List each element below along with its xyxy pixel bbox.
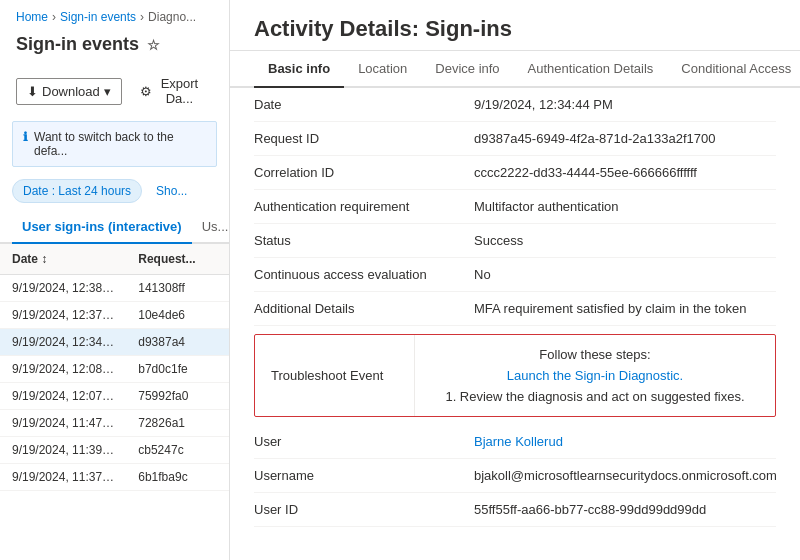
detail-value: d9387a45-6949-4f2a-871d-2a133a2f1700 <box>474 131 776 146</box>
detail-row: Date9/19/2024, 12:34:44 PM <box>254 88 776 122</box>
table-row[interactable]: 9/19/2024, 12:37:57 ...10e4de6 <box>0 302 229 329</box>
toolbar: ⬇ Download ▾ ⚙ Export Da... <box>0 65 229 117</box>
cell-date: 9/19/2024, 12:07:56 ... <box>0 383 126 410</box>
detail-row: Correlation IDcccc2222-dd33-4444-55ee-66… <box>254 156 776 190</box>
info-banner: ℹ Want to switch back to the defa... <box>12 121 217 167</box>
show-button[interactable]: Sho... <box>150 180 193 202</box>
detail-row: Continuous access evaluationNo <box>254 258 776 292</box>
cell-date: 9/19/2024, 12:37:57 ... <box>0 302 126 329</box>
table-row[interactable]: 9/19/2024, 11:37:54 ...6b1fba9c <box>0 464 229 491</box>
cell-request: cb5247c <box>126 437 229 464</box>
cell-date: 9/19/2024, 11:39:13 ... <box>0 437 126 464</box>
date-filter-chip[interactable]: Date : Last 24 hours <box>12 179 142 203</box>
info-icon: ℹ <box>23 130 28 158</box>
panel-title-text: Sign-in events <box>16 34 139 55</box>
breadcrumb-signin-events[interactable]: Sign-in events <box>60 10 136 24</box>
detail-content: Date9/19/2024, 12:34:44 PMRequest IDd938… <box>230 88 800 560</box>
left-tab-row: User sign-ins (interactive) Us... <box>0 211 229 244</box>
detail-value: cccc2222-dd33-4444-55ee-666666ffffff <box>474 165 776 180</box>
detail-tab-device-info[interactable]: Device info <box>421 51 513 88</box>
detail-row: Request IDd9387a45-6949-4f2a-871d-2a133a… <box>254 122 776 156</box>
detail-row: Authentication requirementMultifactor au… <box>254 190 776 224</box>
detail-tab-conditional-access[interactable]: Conditional Access <box>667 51 800 88</box>
detail-value: MFA requirement satisfied by claim in th… <box>474 301 776 316</box>
breadcrumb: Home › Sign-in events › Diagno... <box>0 0 229 30</box>
detail-label: User ID <box>254 502 474 517</box>
detail-tabs: Basic info Location Device info Authenti… <box>230 51 800 88</box>
detail-value[interactable]: Bjarne Kollerud <box>474 434 776 449</box>
detail-label: Additional Details <box>254 301 474 316</box>
launch-diagnostic-link[interactable]: Launch the Sign-in Diagnostic. <box>431 368 759 383</box>
cell-request: 75992fa0 <box>126 383 229 410</box>
follow-steps-text: Follow these steps: <box>431 347 759 362</box>
col-date: Date ↕ <box>0 244 126 275</box>
troubleshoot-content: Follow these steps:Launch the Sign-in Di… <box>415 335 775 416</box>
detail-label: Request ID <box>254 131 474 146</box>
download-button[interactable]: ⬇ Download ▾ <box>16 78 122 105</box>
cell-request: b7d0c1fe <box>126 356 229 383</box>
table-row[interactable]: 9/19/2024, 12:08:05 ...b7d0c1fe <box>0 356 229 383</box>
cell-date: 9/19/2024, 12:38:04 ... <box>0 275 126 302</box>
detail-label: Continuous access evaluation <box>254 267 474 282</box>
left-panel: Home › Sign-in events › Diagno... Sign-i… <box>0 0 230 560</box>
detail-label: Correlation ID <box>254 165 474 180</box>
detail-row: Usernamebjakoll@microsoftlearnsecuritydo… <box>254 459 776 493</box>
export-label: Export Da... <box>156 76 203 106</box>
table-row[interactable]: 9/19/2024, 12:34:44 ...d9387a4 <box>0 329 229 356</box>
breadcrumb-current: Diagno... <box>148 10 196 24</box>
detail-value: No <box>474 267 776 282</box>
detail-tab-basic-info[interactable]: Basic info <box>254 51 344 88</box>
cell-date: 9/19/2024, 12:08:05 ... <box>0 356 126 383</box>
gear-icon: ⚙ <box>140 84 152 99</box>
export-button[interactable]: ⚙ Export Da... <box>130 71 213 111</box>
troubleshoot-label: Troubleshoot Event <box>255 335 415 416</box>
cell-date: 9/19/2024, 11:47:23 ... <box>0 410 126 437</box>
detail-value: 55ff55ff-aa66-bb77-cc88-99dd99dd99dd <box>474 502 776 517</box>
cell-request: d9387a4 <box>126 329 229 356</box>
cell-request: 141308ff <box>126 275 229 302</box>
detail-tab-auth-details[interactable]: Authentication Details <box>514 51 668 88</box>
info-text: Want to switch back to the defa... <box>34 130 206 158</box>
table-header-row: Date ↕ Request... <box>0 244 229 275</box>
detail-header: Activity Details: Sign-ins <box>230 0 800 51</box>
right-panel: Activity Details: Sign-ins Basic info Lo… <box>230 0 800 560</box>
detail-label: Authentication requirement <box>254 199 474 214</box>
cell-request: 10e4de6 <box>126 302 229 329</box>
detail-value: bjakoll@microsoftlearnsecuritydocs.onmic… <box>474 468 777 483</box>
cell-date: 9/19/2024, 12:34:44 ... <box>0 329 126 356</box>
detail-tab-location[interactable]: Location <box>344 51 421 88</box>
detail-label: User <box>254 434 474 449</box>
troubleshoot-steps: 1. Review the diagnosis and act on sugge… <box>431 389 759 404</box>
detail-row: UserBjarne Kollerud <box>254 425 776 459</box>
col-request: Request... <box>126 244 229 275</box>
table-row[interactable]: 9/19/2024, 11:47:23 ...72826a1 <box>0 410 229 437</box>
signins-table-container: Date ↕ Request... 9/19/2024, 12:38:04 ..… <box>0 244 229 560</box>
cell-request: 72826a1 <box>126 410 229 437</box>
tab-user-signins-interactive[interactable]: User sign-ins (interactive) <box>12 211 192 244</box>
tab-user-signins-other[interactable]: Us... <box>192 211 230 244</box>
cell-date: 9/19/2024, 11:37:54 ... <box>0 464 126 491</box>
detail-label: Date <box>254 97 474 112</box>
detail-row: Additional DetailsMFA requirement satisf… <box>254 292 776 326</box>
detail-value: Multifactor authentication <box>474 199 776 214</box>
download-label: Download <box>42 84 100 99</box>
troubleshoot-box: Troubleshoot EventFollow these steps:Lau… <box>254 334 776 417</box>
chevron-down-icon: ▾ <box>104 84 111 99</box>
detail-value: 9/19/2024, 12:34:44 PM <box>474 97 776 112</box>
table-row[interactable]: 9/19/2024, 12:07:56 ...75992fa0 <box>0 383 229 410</box>
detail-row: StatusSuccess <box>254 224 776 258</box>
table-row[interactable]: 9/19/2024, 11:39:13 ...cb5247c <box>0 437 229 464</box>
detail-label: Status <box>254 233 474 248</box>
cell-request: 6b1fba9c <box>126 464 229 491</box>
panel-title: Sign-in events ☆ <box>0 30 229 65</box>
pin-icon[interactable]: ☆ <box>147 37 160 53</box>
detail-value: Success <box>474 233 776 248</box>
table-row[interactable]: 9/19/2024, 12:38:04 ...141308ff <box>0 275 229 302</box>
detail-label: Username <box>254 468 474 483</box>
download-icon: ⬇ <box>27 84 38 99</box>
signins-table: Date ↕ Request... 9/19/2024, 12:38:04 ..… <box>0 244 229 491</box>
breadcrumb-home[interactable]: Home <box>16 10 48 24</box>
sort-icon[interactable]: ↕ <box>41 252 47 266</box>
detail-row: User ID55ff55ff-aa66-bb77-cc88-99dd99dd9… <box>254 493 776 527</box>
filter-bar: Date : Last 24 hours Sho... <box>0 171 229 211</box>
